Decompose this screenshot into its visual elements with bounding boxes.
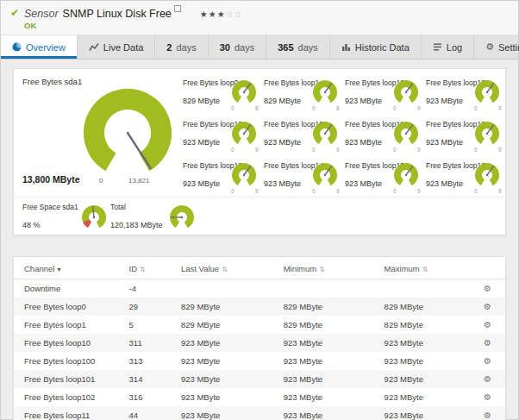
tab-365-days[interactable]: 365days: [266, 35, 330, 59]
channel-settings-icon[interactable]: ⚙: [484, 338, 491, 348]
table-row[interactable]: Free Bytes loop100313923 MByte923 MByte9…: [14, 352, 505, 370]
tab-number: 365: [278, 42, 293, 53]
small-gauge-scale-min: 0: [231, 147, 234, 153]
table-row[interactable]: Free Bytes loop101314923 MByte923 MByte9…: [14, 370, 505, 388]
small-gauge-value: 829 MByte: [183, 97, 220, 105]
small-gauge-title: Free Bytes loop1: [264, 78, 319, 87]
gauge-icon: [474, 162, 500, 188]
tab-overview[interactable]: Overview: [1, 35, 78, 59]
cell-channel: Free Bytes loop11: [14, 406, 124, 420]
gauge-icon: [474, 79, 500, 105]
cell-last-value: [176, 279, 278, 298]
table-row[interactable]: Free Bytes loop029829 MByte829 MByte829 …: [14, 298, 505, 316]
main-gauge-title: Free Bytes sda1: [22, 77, 82, 86]
channel-settings-icon[interactable]: ⚙: [484, 392, 491, 402]
cell-channel: Free Bytes loop101: [14, 370, 124, 388]
small-gauge: Free Bytes loop14923 MByte09: [264, 155, 345, 197]
small-gauge: Free Bytes loop100923 MByte09: [426, 72, 507, 114]
cell-last-value: 923 MByte: [176, 406, 278, 420]
table-row[interactable]: Downtime-4⚙: [14, 279, 505, 298]
cell-id: 316: [124, 388, 176, 406]
cell-channel: Downtime: [14, 279, 124, 298]
tab-word: days: [298, 42, 318, 53]
main-gauge-value: 13,800 MByte: [22, 174, 80, 185]
col-header-channel[interactable]: Channel▾: [14, 257, 124, 279]
gear-icon: ⚙: [485, 42, 494, 52]
gauge-icon: [231, 79, 257, 105]
cell-id: 5: [124, 316, 176, 334]
channel-settings-icon[interactable]: ⚙: [484, 411, 491, 420]
tab-live-data[interactable]: Live Data: [78, 35, 155, 59]
cell-channel: Free Bytes loop0: [14, 298, 124, 316]
summary-gauges-row: Free Space sda148 %Total120,183 MByte: [14, 197, 505, 237]
channel-settings-icon[interactable]: ⚙: [484, 302, 491, 311]
gauge-icon: [312, 121, 338, 147]
small-gauge-scale-min: 0: [312, 188, 316, 194]
small-gauge-title: Free Bytes loop0: [183, 78, 238, 87]
gauges-panel: Free Bytes sda1 13,800 MByte 0 13,821 Fr…: [13, 68, 506, 235]
main-gauge-scale-min: 0: [99, 177, 103, 185]
cell-maximum: 829 MByte: [379, 298, 478, 316]
priority-stars[interactable]: ★★★☆☆: [200, 9, 243, 19]
gear-icon: ⚙: [485, 42, 494, 52]
cell-maximum: 829 MByte: [379, 316, 478, 334]
channel-settings-icon[interactable]: ⚙: [484, 284, 491, 293]
sort-icon: ⇅: [222, 266, 228, 273]
cell-id: 314: [124, 370, 176, 388]
cell-channel: Free Bytes loop100: [14, 352, 124, 370]
small-gauge-scale-max: 9: [417, 188, 421, 194]
col-header-id[interactable]: ID⇅: [124, 257, 176, 279]
tab-label: Overview: [26, 42, 66, 53]
cell-id: 44: [124, 406, 176, 420]
sensor-flag-icon: [174, 5, 181, 12]
channel-settings-icon[interactable]: ⚙: [484, 356, 491, 366]
tab-label: Log: [447, 42, 462, 53]
table-row[interactable]: Free Bytes loop15829 MByte829 MByte829 M…: [14, 316, 505, 334]
sort-icon: ⇅: [319, 266, 325, 273]
cell-maximum: 923 MByte: [379, 388, 478, 406]
tab-log[interactable]: Log: [422, 35, 474, 59]
status-badge: OK: [24, 21, 36, 30]
tab-30-days[interactable]: 30days: [209, 35, 267, 59]
table-row[interactable]: Free Bytes loop1144923 MByte923 MByte923…: [14, 406, 505, 420]
col-header-last-value[interactable]: Last Value⇅: [176, 257, 278, 279]
cell-maximum: 923 MByte: [379, 352, 478, 370]
small-gauge: Free Bytes loop12923 MByte09: [426, 114, 507, 155]
cell-maximum: [379, 279, 478, 298]
small-gauge-scale-max: 9: [255, 188, 259, 194]
pie-icon: [12, 42, 22, 52]
cell-id: 313: [124, 352, 176, 370]
small-gauge: Free Bytes loop0829 MByte08: [183, 72, 264, 114]
col-header-maximum[interactable]: Maximum⇅: [379, 257, 478, 279]
small-gauge-scale-max: 9: [255, 147, 259, 153]
tab-2-days[interactable]: 2days: [155, 35, 208, 59]
small-gauge-scale-min: 0: [393, 147, 397, 153]
page-title: SNMP Linux Disk Free: [63, 8, 172, 20]
sensor-kind-label: Sensor: [24, 8, 59, 20]
table-row[interactable]: Free Bytes loop102316923 MByte923 MByte9…: [14, 388, 505, 406]
small-gauge-value: 923 MByte: [183, 138, 220, 147]
cell-minimum: 923 MByte: [278, 352, 379, 370]
table-row[interactable]: Free Bytes loop10311923 MByte923 MByte92…: [14, 334, 505, 352]
gauge-icon: [393, 79, 419, 105]
line-icon: [89, 42, 99, 52]
cell-minimum: 829 MByte: [278, 316, 379, 334]
small-gauge-scale-min: 0: [312, 147, 316, 153]
small-gauge: Free Bytes loop101923 MByte09: [183, 114, 264, 155]
cell-id: 311: [124, 334, 176, 352]
col-header-minimum[interactable]: Minimum⇅: [278, 257, 379, 279]
tab-historic-data[interactable]: Historic Data: [330, 35, 422, 59]
main-gauge-scale-max: 13,821: [128, 177, 149, 185]
title-line: SensorSNMP Linux Disk Free★★★☆☆: [24, 5, 243, 21]
small-gauge-scale-min: 0: [474, 105, 478, 111]
channel-settings-icon[interactable]: ⚙: [484, 320, 491, 329]
cell-last-value: 829 MByte: [176, 316, 278, 334]
gauge-icon: [312, 162, 338, 188]
small-gauge: Free Bytes loop16923 MByte09: [426, 155, 507, 197]
channel-settings-icon[interactable]: ⚙: [484, 374, 491, 384]
summary-gauge-value: 48 %: [22, 221, 74, 229]
small-gauge-value: 923 MByte: [426, 97, 463, 105]
summary-gauge: Total120,183 MByte: [110, 203, 195, 230]
tab-settings[interactable]: ⚙Settings: [474, 35, 519, 59]
small-gauge: Free Bytes loop15923 MByte09: [345, 155, 426, 197]
